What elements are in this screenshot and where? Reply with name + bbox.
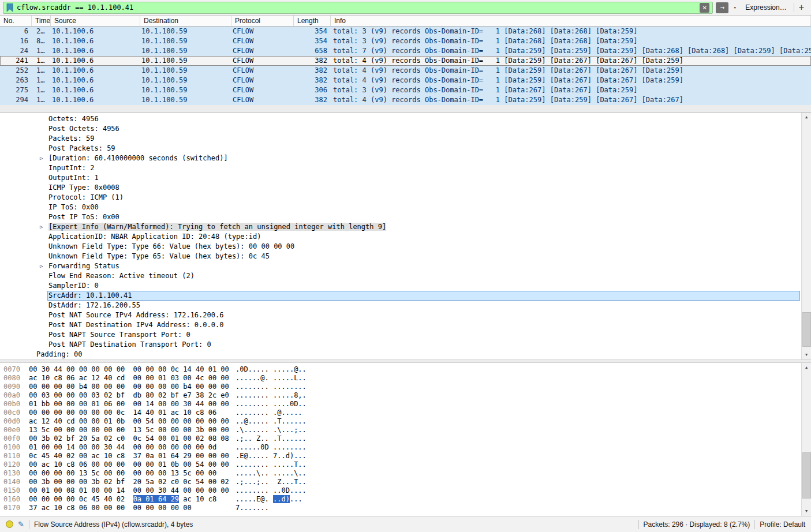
- hex-scrollbar[interactable]: ▲ ▼: [801, 363, 811, 516]
- hex-bytes: 01 00 00 14 00 00 30 44 00 00 00 00 00 0…: [29, 443, 236, 452]
- hex-pre: 01 bb 00 00 00 01 06 00 00 14 00 00 30 4…: [29, 400, 229, 408]
- filter-history-chevron-icon[interactable]: ▾: [731, 5, 738, 10]
- column-header-source[interactable]: Source: [51, 16, 140, 26]
- hex-row[interactable]: 014000 3b 00 00 00 3b 02 bf 20 5a 02 c0 …: [3, 478, 800, 486]
- detail-text: SrcAddr: 10.1.100.41: [48, 291, 132, 299]
- cell-proto: CFLOW: [231, 85, 294, 95]
- hex-row[interactable]: 00f000 3b 02 bf 20 5a 02 c0 0c 54 00 01 …: [3, 434, 800, 443]
- hex-row[interactable]: 0080ac 10 c8 06 ac 12 40 cd 00 00 01 03 …: [3, 374, 800, 383]
- hex-row[interactable]: 00b001 bb 00 00 00 01 06 00 00 14 00 00 …: [3, 400, 800, 409]
- apply-filter-button[interactable]: →: [716, 2, 728, 13]
- hex-row[interactable]: 017037 ac 10 c8 06 00 00 00 00 00 00 00 …: [3, 504, 800, 512]
- packet-row[interactable]: 2631…10.1.100.610.1.100.59CFLOW382total:…: [0, 76, 811, 85]
- detail-scrollbar[interactable]: ▲ ▼: [801, 113, 811, 359]
- detail-line[interactable]: Post Packets: 59: [0, 144, 800, 153]
- hex-row[interactable]: 007000 30 44 00 00 00 00 00 00 00 00 0c …: [3, 365, 800, 374]
- detail-line[interactable]: Octets: 4956: [0, 114, 800, 124]
- scroll-up-icon[interactable]: ▲: [802, 113, 811, 122]
- detail-line[interactable]: Post Octets: 4956: [0, 124, 800, 134]
- detail-text: InputInt: 2: [48, 164, 94, 172]
- detail-text: Protocol: ICMP (1): [48, 193, 124, 201]
- scroll-down-icon[interactable]: ▼: [802, 350, 811, 359]
- detail-line[interactable]: IP ToS: 0x00: [0, 203, 800, 212]
- bookmark-icon[interactable]: [6, 3, 13, 12]
- cell-proto: CFLOW: [231, 27, 294, 36]
- packet-row[interactable]: 2521…10.1.100.610.1.100.59CFLOW382total:…: [0, 66, 811, 76]
- packet-row[interactable]: 2941…10.1.100.610.1.100.59CFLOW382total:…: [0, 95, 811, 105]
- hex-row[interactable]: 01100c 45 40 02 00 ac 10 c8 37 0a 01 64 …: [3, 452, 800, 460]
- hex-row[interactable]: 009000 00 00 00 b4 00 00 00 00 00 00 00 …: [3, 383, 800, 391]
- expander-icon[interactable]: ▷: [40, 154, 43, 163]
- clear-filter-icon[interactable]: ✕: [700, 3, 709, 13]
- expander-icon[interactable]: ▷: [40, 262, 43, 271]
- hex-row[interactable]: 00a000 03 00 00 00 03 02 bf db 80 02 bf …: [3, 391, 800, 400]
- hex-ascii: ........ .....T..: [236, 460, 307, 469]
- detail-line[interactable]: ▷Forwarding Status: [0, 261, 800, 271]
- filter-expression-text[interactable]: cflow.srcaddr == 10.1.100.41: [17, 3, 696, 12]
- display-filter-input[interactable]: cflow.srcaddr == 10.1.100.41 ✕: [3, 2, 713, 14]
- cell-src: 10.1.100.6: [51, 76, 140, 85]
- column-header-protocol[interactable]: Protocol: [231, 16, 294, 26]
- scroll-down-icon[interactable]: ▼: [802, 507, 811, 516]
- splitter[interactable]: [0, 105, 811, 113]
- cell-info: total: 3 (v9) records Obs-Domain-ID= 1 […: [331, 85, 811, 95]
- column-header-no[interactable]: No.: [0, 16, 32, 26]
- detail-line[interactable]: Padding: 00: [0, 350, 800, 359]
- detail-line[interactable]: Flow End Reason: Active timeout (2): [0, 271, 800, 281]
- detail-line[interactable]: Packets: 59: [0, 134, 800, 144]
- column-header-length[interactable]: Length: [294, 16, 331, 26]
- packet-row[interactable]: 2411…10.1.100.610.1.100.59CFLOW382total:…: [0, 56, 811, 66]
- cell-no: 6: [0, 27, 32, 36]
- ascii-pre: 7.......: [236, 504, 269, 512]
- detail-line[interactable]: InputInt: 2: [0, 163, 800, 173]
- packet-row[interactable]: 241…10.1.100.610.1.100.59CFLOW658total: …: [0, 46, 811, 56]
- hex-row[interactable]: 012000 ac 10 c8 06 00 00 00 00 00 01 0b …: [3, 460, 800, 469]
- detail-line[interactable]: DstAddr: 172.16.200.55: [0, 301, 800, 310]
- detail-line[interactable]: OutputInt: 1: [0, 173, 800, 183]
- packet-row[interactable]: 62…10.1.100.610.1.100.59CFLOW354total: 3…: [0, 27, 811, 36]
- scrollbar-thumb[interactable]: [802, 312, 811, 347]
- expression-button[interactable]: Expression…: [741, 3, 790, 12]
- column-header-time[interactable]: Time: [32, 16, 51, 26]
- hex-row[interactable]: 00e013 5c 00 00 00 00 00 00 13 5c 00 00 …: [3, 426, 800, 434]
- capture-comment-icon[interactable]: ✎: [18, 520, 24, 529]
- detail-line[interactable]: SamplerID: 0: [0, 281, 800, 291]
- packet-row[interactable]: 2751…10.1.100.610.1.100.59CFLOW306total:…: [0, 85, 811, 95]
- expert-info-indicator-icon[interactable]: [6, 520, 13, 528]
- detail-line[interactable]: ICMP Type: 0x0008: [0, 183, 800, 193]
- status-profile[interactable]: Profile: Default: [760, 520, 805, 529]
- detail-line[interactable]: Post NAPT Source Transport Port: 0: [0, 330, 800, 340]
- detail-line[interactable]: Unknown Field Type: Type 66: Value (hex …: [0, 242, 800, 252]
- ascii-pre: ........ ..0D....: [236, 486, 307, 494]
- detail-line[interactable]: SrcAddr: 10.1.100.41: [47, 291, 800, 301]
- column-header-info[interactable]: Info: [331, 16, 811, 26]
- scroll-up-icon[interactable]: ▲: [802, 363, 811, 372]
- detail-line[interactable]: Post IP ToS: 0x00: [0, 212, 800, 222]
- detail-line[interactable]: Post NAPT Destination Transport Port: 0: [0, 340, 800, 350]
- add-filter-button[interactable]: +: [797, 2, 808, 13]
- detail-line[interactable]: Protocol: ICMP (1): [0, 193, 800, 203]
- detail-line[interactable]: ▷[Duration: 60.410000000 seconds (switch…: [0, 153, 800, 163]
- hex-row[interactable]: 010001 00 00 14 00 00 30 44 00 00 00 00 …: [3, 443, 800, 452]
- hex-bytes: 00 3b 00 00 00 3b 02 bf 20 5a 02 c0 0c 5…: [29, 478, 236, 486]
- hex-bytes: 0c 45 40 02 00 ac 10 c8 37 0a 01 64 29 0…: [29, 452, 236, 460]
- detail-line[interactable]: Post NAT Destination IPv4 Address: 0.0.0…: [0, 320, 800, 330]
- column-header-destination[interactable]: Destination: [140, 16, 231, 26]
- hex-row[interactable]: 015000 01 00 08 01 00 00 14 00 00 30 44 …: [3, 486, 800, 495]
- detail-line[interactable]: ApplicationID: NBAR Application ID: 20:4…: [0, 232, 800, 242]
- hex-row[interactable]: 013000 00 00 00 13 5c 00 00 00 00 00 13 …: [3, 469, 800, 478]
- cell-len: 354: [294, 36, 331, 46]
- detail-line[interactable]: ▷[Expert Info (Warn/Malformed): Trying t…: [0, 222, 800, 232]
- hex-row[interactable]: 00d0ac 12 40 cd 00 00 01 0b 00 54 00 00 …: [3, 417, 800, 426]
- hex-row[interactable]: 00c000 00 00 00 00 00 00 0c 14 40 01 ac …: [3, 409, 800, 417]
- hex-ascii: .;.. Z.. .T......: [236, 434, 307, 443]
- detail-line[interactable]: Unknown Field Type: Type 65: Value (hex …: [0, 252, 800, 261]
- packet-row[interactable]: 168…10.1.100.610.1.100.59CFLOW354total: …: [0, 36, 811, 46]
- detail-line[interactable]: Post NAT Source IPv4 Address: 172.16.200…: [0, 310, 800, 320]
- scrollbar-thumb[interactable]: [802, 452, 811, 499]
- cell-info: total: 3 (v9) records Obs-Domain-ID= 1 […: [331, 36, 811, 46]
- detail-text: Post Octets: 4956: [48, 125, 119, 133]
- ascii-pre: ........ .....T..: [236, 460, 307, 469]
- expander-icon[interactable]: ▷: [40, 223, 43, 231]
- hex-row[interactable]: 016000 00 00 00 0c 45 40 02 0a 01 64 29 …: [3, 495, 800, 504]
